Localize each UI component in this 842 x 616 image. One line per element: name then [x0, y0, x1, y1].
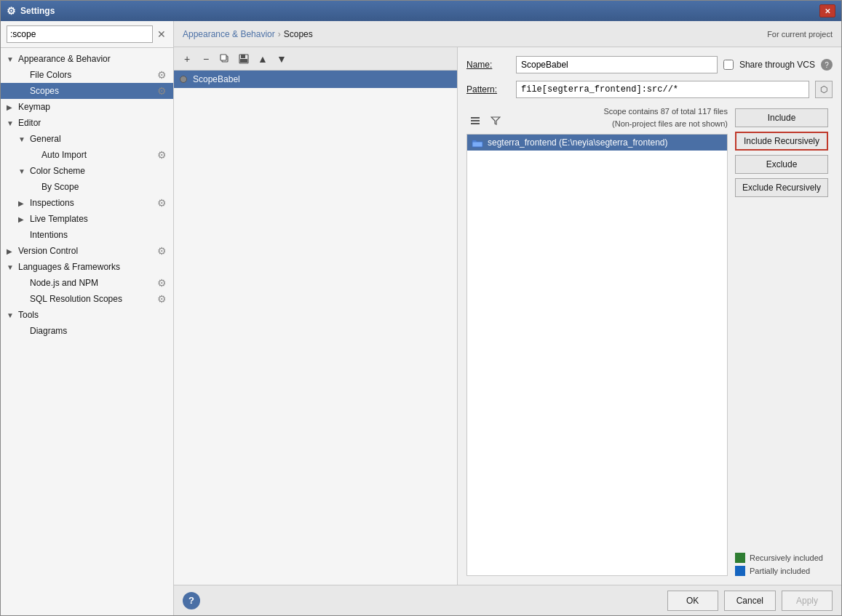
expand-icon: ▶ [18, 215, 30, 223]
sidebar-item-languages-frameworks[interactable]: ▼ Languages & Frameworks [1, 259, 173, 275]
expand-icon: ▼ [7, 311, 18, 319]
name-row: Name: Share through VCS ? [466, 56, 833, 73]
breadcrumb-separator: › [278, 29, 281, 39]
expand-icon: ▼ [7, 263, 18, 271]
action-buttons: Include Include Recursively Exclude Excl… [735, 105, 833, 197]
partially-included-label: Partially included [750, 567, 810, 575]
file-tree-panel: segterra_frontend (E:\neyia\segterra_fro… [466, 134, 728, 576]
settings-window: ⚙ Settings ✕ ✕ ▼ Appearance & Behavior [0, 0, 842, 616]
sidebar-tree: ▼ Appearance & Behavior File Colors ⚙ Sc… [1, 48, 173, 615]
sidebar-item-nodejs-npm[interactable]: Node.js and NPM ⚙ [1, 275, 173, 291]
save-scope-button[interactable] [235, 50, 253, 68]
settings-badge: ⚙ [156, 245, 167, 257]
pattern-expand-button[interactable]: ⬡ [815, 81, 833, 98]
scopes-toolbar: + − [174, 47, 457, 71]
breadcrumb-appearance[interactable]: Appearance & Behavior [183, 29, 275, 39]
file-name-label: segterra_frontend (E:\neyia\segterra_fro… [488, 137, 667, 148]
settings-badge: ⚙ [156, 149, 167, 161]
clear-search-icon[interactable]: ✕ [156, 28, 167, 40]
ok-button[interactable]: OK [667, 591, 718, 611]
file-tree-view-button[interactable] [466, 112, 484, 129]
sidebar-item-live-templates[interactable]: ▶ Live Templates [1, 211, 173, 227]
sidebar-item-label: Scopes [30, 86, 156, 96]
expand-icon: ▶ [18, 199, 30, 207]
file-item-segterra[interactable]: segterra_frontend (E:\neyia\segterra_fro… [467, 135, 727, 151]
svg-rect-4 [240, 59, 247, 63]
sidebar-item-scopes[interactable]: Scopes ⚙ [1, 83, 173, 99]
pattern-input[interactable] [516, 81, 809, 98]
partially-included-color [735, 566, 745, 576]
name-label: Name: [466, 60, 510, 70]
add-scope-button[interactable]: + [178, 50, 196, 68]
file-tree-filter-button[interactable] [487, 112, 504, 129]
pattern-label: Pattern: [466, 84, 510, 95]
title-bar: ⚙ Settings ✕ [1, 1, 841, 21]
expand-icon: ▼ [18, 167, 30, 175]
settings-badge: ⚙ [156, 85, 167, 97]
cancel-button[interactable]: Cancel [724, 591, 776, 611]
move-down-button[interactable]: ▼ [273, 50, 290, 68]
help-button[interactable]: ? [183, 592, 200, 609]
search-input[interactable] [7, 25, 153, 43]
sidebar-item-label: Intentions [30, 230, 167, 240]
sidebar-item-editor[interactable]: ▼ Editor [1, 115, 173, 131]
scope-indicator [180, 76, 187, 83]
svg-rect-6 [471, 120, 480, 121]
sidebar-item-intentions[interactable]: Intentions [1, 227, 173, 243]
scopes-list-panel: + − [174, 47, 458, 585]
share-vcs-label: Share through VCS [739, 60, 815, 70]
sidebar-item-general[interactable]: ▼ General [1, 131, 173, 147]
sidebar-item-label: File Colors [30, 70, 156, 80]
sidebar-item-color-scheme[interactable]: ▼ Color Scheme [1, 163, 173, 179]
legend-recursively-included: Recursively included [735, 553, 833, 563]
exclude-recursively-button[interactable]: Exclude Recursively [735, 178, 828, 197]
sidebar-item-auto-import[interactable]: Auto Import ⚙ [1, 147, 173, 163]
sidebar-item-file-colors[interactable]: File Colors ⚙ [1, 67, 173, 83]
scope-item-scopebabel[interactable]: ScopeBabel [174, 71, 457, 88]
sidebar-item-appearance-behavior[interactable]: ▼ Appearance & Behavior [1, 51, 173, 67]
sidebar-item-diagrams[interactable]: Diagrams [1, 323, 173, 339]
sidebar-item-sql-resolution[interactable]: SQL Resolution Scopes ⚙ [1, 291, 173, 307]
main-content: ✕ ▼ Appearance & Behavior File Colors ⚙ … [1, 21, 841, 615]
apply-button[interactable]: Apply [782, 591, 833, 611]
exclude-button[interactable]: Exclude [735, 155, 828, 174]
remove-scope-button[interactable]: − [197, 50, 215, 68]
scope-info-line2: (Non-project files are not shown) [603, 118, 728, 130]
sidebar-item-label: Color Scheme [30, 166, 167, 176]
window-controls: ✕ [819, 4, 835, 17]
file-tree-toolbar-icons [466, 112, 504, 129]
bottom-bar: ? OK Cancel Apply [174, 585, 841, 615]
move-up-button[interactable]: ▲ [254, 50, 271, 68]
legend: Recursively included Partially included [735, 547, 833, 576]
file-tree-actions-row: Scope contains 87 of total 117 files (No… [466, 105, 833, 576]
pattern-row: Pattern: ⬡ [466, 81, 833, 98]
sidebar-item-label: Appearance & Behavior [18, 54, 167, 64]
svg-rect-7 [471, 123, 480, 124]
settings-badge: ⚙ [156, 197, 167, 209]
sidebar-item-version-control[interactable]: ▶ Version Control ⚙ [1, 243, 173, 259]
sidebar-item-label: Diagrams [30, 326, 167, 336]
file-tree-column: Scope contains 87 of total 117 files (No… [466, 105, 728, 576]
sidebar-item-label: Tools [18, 310, 167, 320]
share-vcs-checkbox[interactable] [723, 60, 734, 70]
include-recursively-button[interactable]: Include Recursively [735, 132, 828, 151]
sidebar: ✕ ▼ Appearance & Behavior File Colors ⚙ … [1, 21, 174, 615]
search-bar: ✕ [1, 21, 173, 48]
expand-icon: ▼ [18, 135, 30, 143]
help-icon[interactable]: ? [821, 59, 833, 71]
scopes-list: ScopeBabel [174, 71, 457, 585]
close-button[interactable]: ✕ [819, 4, 835, 17]
copy-scope-button[interactable] [216, 50, 234, 68]
settings-badge: ⚙ [156, 277, 167, 289]
sidebar-item-tools[interactable]: ▼ Tools [1, 307, 173, 323]
sidebar-item-inspections[interactable]: ▶ Inspections ⚙ [1, 195, 173, 211]
breadcrumb-scopes: Scopes [284, 29, 313, 39]
sidebar-item-by-scope[interactable]: By Scope [1, 179, 173, 195]
right-panel: Appearance & Behavior › Scopes For curre… [174, 21, 841, 615]
include-button[interactable]: Include [735, 108, 828, 127]
recursively-included-color [735, 553, 745, 563]
sidebar-item-label: General [30, 134, 167, 144]
sidebar-item-keymap[interactable]: ▶ Keymap [1, 99, 173, 115]
name-input[interactable] [516, 56, 718, 73]
expand-icon: ▼ [7, 55, 18, 63]
